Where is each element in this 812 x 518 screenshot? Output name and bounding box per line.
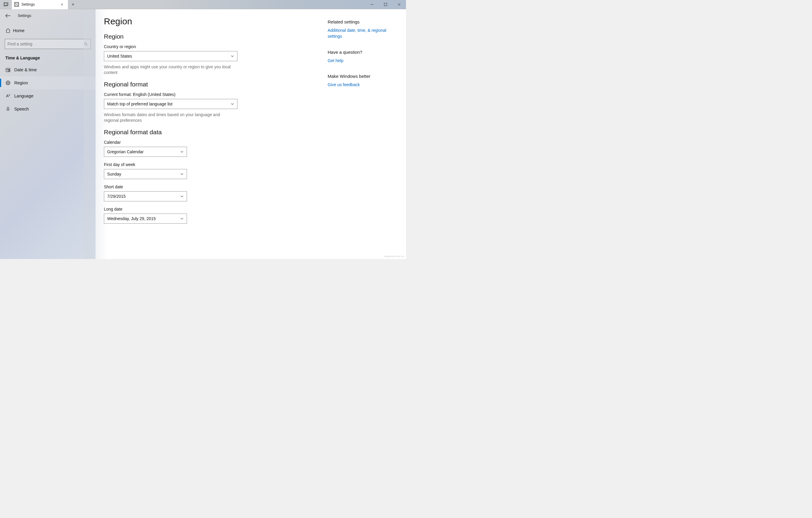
- task-view-icon[interactable]: [0, 2, 12, 6]
- regional-format-data-heading: Regional format data: [104, 129, 315, 136]
- sidebar-item-label: Speech: [14, 107, 29, 111]
- titlebar-drag-area: [78, 0, 365, 9]
- microphone-icon: [5, 106, 14, 112]
- chevron-down-icon: [180, 195, 184, 198]
- dropdown-value: Sunday: [107, 172, 121, 176]
- globe-icon: [5, 80, 14, 85]
- svg-line-7: [86, 45, 87, 46]
- chevron-down-icon: [180, 217, 184, 220]
- format-dropdown[interactable]: Match top of preferred language list: [104, 99, 237, 109]
- related-settings-section: Related settings Additional date, time, …: [328, 19, 401, 39]
- shortdate-label: Short date: [104, 185, 315, 189]
- home-label: Home: [13, 28, 25, 33]
- regional-format-heading: Regional format: [104, 81, 315, 88]
- titlebar: Settings × +: [0, 0, 406, 9]
- main-area: Region Region Country or region United S…: [95, 9, 406, 259]
- chevron-down-icon: [180, 172, 184, 176]
- svg-rect-3: [384, 3, 387, 6]
- clock-icon: [5, 67, 14, 73]
- regional-format-group: Current format: English (United States) …: [104, 92, 315, 123]
- country-group: Country or region United States Windows …: [104, 44, 315, 76]
- longdate-group: Long date Wednesday, July 29, 2015: [104, 207, 315, 224]
- sidebar-item-label: Region: [14, 81, 28, 85]
- svg-text:字: 字: [8, 94, 10, 96]
- country-dropdown[interactable]: United States: [104, 51, 237, 61]
- sidebar-item-label: Language: [14, 93, 33, 98]
- svg-point-6: [85, 43, 87, 45]
- search-input[interactable]: [7, 42, 84, 46]
- country-label: Country or region: [104, 44, 315, 49]
- window-controls: [365, 0, 406, 9]
- content: Region Region Country or region United S…: [95, 9, 321, 259]
- sidebar-item-date-time[interactable]: Date & time: [0, 63, 95, 76]
- chevron-down-icon: [231, 102, 234, 106]
- feedback-link[interactable]: Give us feedback: [328, 82, 360, 88]
- dropdown-value: Gregorian Calendar: [107, 149, 144, 154]
- gear-icon: [14, 2, 19, 7]
- section-title: Time & Language: [0, 53, 95, 63]
- right-column: Related settings Additional date, time, …: [328, 9, 406, 259]
- search-box[interactable]: [5, 39, 91, 49]
- dropdown-value: United States: [107, 54, 132, 58]
- page-title: Region: [104, 16, 315, 26]
- country-desc: Windows and apps might use your country …: [104, 64, 231, 76]
- language-icon: 字: [5, 93, 14, 99]
- question-heading: Have a question?: [328, 50, 401, 55]
- settings-window: Settings × + Settings: [0, 0, 406, 259]
- chevron-down-icon: [231, 54, 234, 58]
- calendar-dropdown[interactable]: Gregorian Calendar: [104, 147, 187, 157]
- new-tab-button[interactable]: +: [68, 2, 78, 7]
- feedback-section: Make Windows better Give us feedback: [328, 74, 401, 88]
- sidebar-item-speech[interactable]: Speech: [0, 103, 95, 115]
- maximize-button[interactable]: [379, 0, 393, 9]
- dropdown-value: 7/29/2015: [107, 194, 125, 199]
- related-link[interactable]: Additional date, time, & regional settin…: [328, 27, 401, 39]
- tab-close-button[interactable]: ×: [59, 2, 65, 7]
- dropdown-value: Match top of preferred language list: [107, 102, 172, 106]
- minimize-button[interactable]: [365, 0, 379, 9]
- current-format-label: Current format: English (United States): [104, 92, 315, 97]
- sidebar-header: Settings: [0, 9, 95, 22]
- firstday-group: First day of week Sunday: [104, 162, 315, 179]
- dropdown-value: Wednesday, July 29, 2015: [107, 216, 156, 221]
- shortdate-group: Short date 7/29/2015: [104, 185, 315, 201]
- calendar-label: Calendar: [104, 140, 315, 145]
- related-heading: Related settings: [328, 19, 401, 24]
- svg-rect-15: [7, 107, 9, 109]
- sidebar-home[interactable]: Home: [0, 25, 95, 36]
- question-section: Have a question? Get help: [328, 50, 401, 63]
- tab-settings[interactable]: Settings ×: [12, 0, 68, 9]
- sidebar-item-label: Date & time: [14, 67, 37, 72]
- sidebar-item-language[interactable]: 字 Language: [0, 89, 95, 103]
- shortdate-dropdown[interactable]: 7/29/2015: [104, 191, 187, 201]
- firstday-label: First day of week: [104, 162, 315, 167]
- longdate-dropdown[interactable]: Wednesday, July 29, 2015: [104, 214, 187, 224]
- search-icon: [84, 42, 88, 46]
- app-name-label: Settings: [18, 13, 31, 18]
- get-help-link[interactable]: Get help: [328, 58, 343, 63]
- chevron-down-icon: [180, 150, 184, 154]
- longdate-label: Long date: [104, 207, 315, 212]
- format-desc: Windows formats dates and times based on…: [104, 112, 231, 123]
- firstday-dropdown[interactable]: Sunday: [104, 169, 187, 179]
- region-heading: Region: [104, 33, 315, 40]
- tab-title: Settings: [21, 2, 59, 6]
- sidebar-item-region[interactable]: Region: [0, 76, 95, 89]
- home-icon: [5, 28, 13, 33]
- back-button[interactable]: [5, 13, 13, 18]
- search-wrap: [0, 36, 95, 53]
- calendar-group: Calendar Gregorian Calendar: [104, 140, 315, 157]
- close-button[interactable]: [393, 0, 406, 9]
- watermark: www.wincore.ru: [384, 255, 404, 258]
- body: Settings Home Time & Language: [0, 9, 406, 259]
- sidebar: Settings Home Time & Language: [0, 9, 95, 259]
- titlebar-left: Settings × +: [0, 0, 78, 9]
- better-heading: Make Windows better: [328, 74, 401, 79]
